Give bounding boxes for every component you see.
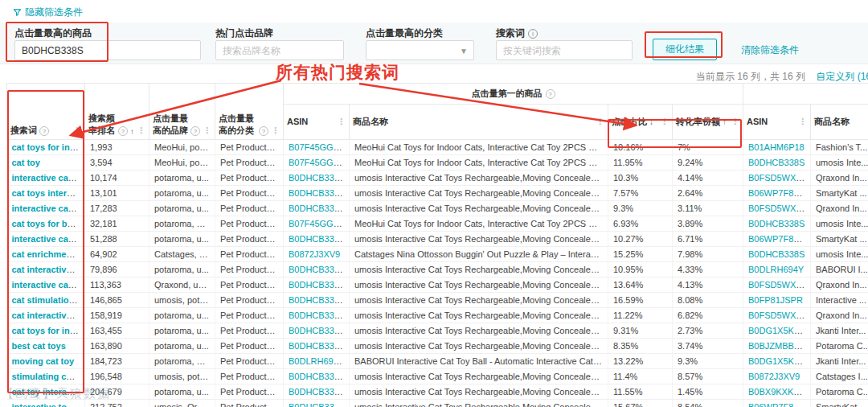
keyword-cell-text[interactable]: cat stimulation to...: [12, 295, 85, 305]
conversion-share-cell: 2.73%: [673, 323, 743, 339]
keyword-cell-text[interactable]: interactive cat toy...: [12, 204, 85, 213]
column-menu-icon[interactable]: ⋮: [798, 117, 807, 127]
asin-cell-text[interactable]: B0DHCB338S: [289, 188, 345, 198]
column-menu-icon[interactable]: ⋮: [203, 125, 211, 136]
col-header-product-name[interactable]: 商品名称 ⋮: [350, 105, 608, 140]
column-menu-icon[interactable]: ⋮: [731, 117, 739, 127]
asin-cell-text[interactable]: B07F45GGPT: [289, 219, 345, 228]
asin-cell-text[interactable]: B07F45GGPT: [289, 142, 345, 152]
asin-2-cell-text[interactable]: B06WP7F8YC: [748, 402, 806, 407]
asin-cell-text[interactable]: B0DHCB338S: [289, 372, 345, 381]
asin-2-cell-text[interactable]: B0DLRH694Y: [748, 265, 804, 274]
keyword-cell-text[interactable]: interactive cat toy...: [12, 234, 85, 244]
asin-2-cell-text[interactable]: B0DG1X5KHM: [748, 356, 808, 366]
keyword-cell-text[interactable]: cat toys for bored...: [12, 219, 85, 228]
asin-2-cell-text[interactable]: B0DG1X5KHM: [748, 326, 808, 335]
asin-2-cell-text[interactable]: B0FSD5WXP3: [748, 310, 807, 320]
top-brand-cell-text: umosis, Qrax...: [154, 402, 214, 407]
sort-asc-icon[interactable]: ↑: [723, 117, 727, 126]
asin-cell-text[interactable]: B0DHCB338S: [289, 265, 345, 274]
col-header-keyword[interactable]: 搜索词 ? ⋮: [7, 84, 85, 140]
asin-cell-text[interactable]: B0DLRH694Y: [289, 356, 344, 366]
clear-filters-link[interactable]: 清除筛选条件: [741, 43, 799, 57]
sort-asc-icon[interactable]: ↑: [130, 127, 134, 136]
conversion-share-cell-text: 8.08%: [678, 295, 702, 305]
col-header-product-name-2[interactable]: 商品名称: [811, 105, 868, 140]
top-brand-cell: potaroma, u...: [149, 384, 215, 400]
customize-columns-link[interactable]: 自定义列 (16: [816, 71, 868, 82]
column-menu-icon[interactable]: ⋮: [72, 125, 81, 136]
col-header-click-share[interactable]: 点击占比 ↓ ⋮: [608, 105, 673, 140]
asin-2-cell-text[interactable]: B0BJZMBBQM: [748, 341, 809, 351]
col-header-asin-2[interactable]: ASIN ⋮: [743, 105, 811, 140]
keyword-cell-text[interactable]: interactive cat toy: [12, 173, 85, 183]
asin-2-cell-text[interactable]: B0DHCB338S: [748, 219, 805, 228]
asin-cell-text[interactable]: B0DHCB338S: [289, 326, 345, 335]
asin-2-cell-text[interactable]: B01AHM6P18: [748, 142, 805, 152]
col-header-frequency-rank[interactable]: 搜索频率排名 ? ↑ ⋮: [85, 84, 149, 140]
asin-cell-text[interactable]: B0DHCB338S: [289, 295, 345, 305]
col-header-top-brand[interactable]: 点击量最高的品牌 ? ⋮: [149, 84, 215, 140]
keyword-cell-text[interactable]: cat toys for indoo...: [12, 142, 85, 152]
asin-cell-text[interactable]: B0DHCB338S: [289, 173, 345, 183]
keyword-cell-text[interactable]: cat enrichment to...: [12, 249, 85, 259]
keyword-cell-text[interactable]: best cat toys: [12, 341, 66, 351]
asin-2-cell-text[interactable]: B0FP81JSPR: [748, 295, 803, 305]
filter-category-select[interactable]: [366, 40, 474, 60]
asin-cell-text[interactable]: B0DHCB338S: [289, 387, 345, 397]
asin-cell-text[interactable]: B0DHCB338S: [289, 402, 345, 407]
keyword-cell-text[interactable]: cat interactive toy...: [12, 310, 85, 320]
asin-cell-text[interactable]: B07F45GGPT: [289, 158, 345, 167]
keyword-cell-text[interactable]: cat toys interactiv...: [12, 188, 85, 198]
asin-2-cell-text[interactable]: B0872J3XV9: [748, 372, 800, 381]
annotation-text: 所有热门搜索词: [276, 61, 399, 84]
asin-2-cell-text[interactable]: B0DHCB338S: [748, 158, 805, 167]
col-header-conversion-share[interactable]: 转化率份额 ↑ ⋮: [673, 105, 743, 140]
product-name-2-cell: Jkanti Inter...: [811, 354, 868, 369]
column-menu-icon[interactable]: ⋮: [271, 125, 280, 136]
keyword-cell-text[interactable]: interactive cat toy...: [12, 280, 85, 290]
asin-2-cell-text[interactable]: B06WP7F8YC: [748, 188, 806, 198]
sort-desc-icon[interactable]: ↓: [649, 117, 653, 126]
keyword-cell-text[interactable]: interactive toys fo...: [12, 402, 85, 407]
asin-2-cell-text[interactable]: B06WP7F8YC: [748, 234, 806, 244]
filter-keyword-input[interactable]: [496, 40, 633, 60]
column-menu-icon[interactable]: ⋮: [660, 117, 669, 127]
asin-cell: B0DLRH694Y: [284, 354, 350, 369]
click-share-cell-text: 10.95%: [613, 265, 643, 274]
col-header-asin[interactable]: ASIN ⋮: [284, 105, 350, 140]
keyword-cell-text[interactable]: cat interactive toy...: [12, 265, 85, 274]
asin-2-cell-text[interactable]: B0FSD5WXP3: [748, 173, 807, 183]
keyword-cell-text[interactable]: moving cat toy: [12, 356, 75, 366]
keyword-cell-text[interactable]: cat toys for indoo...: [12, 326, 85, 335]
asin-cell-text[interactable]: B0DHCB338S: [289, 234, 345, 244]
frequency-rank-cell-text: 163,455: [90, 326, 122, 335]
column-menu-icon[interactable]: ⋮: [337, 117, 346, 127]
keyword-cell-text[interactable]: cat toy interactive...: [12, 387, 85, 397]
asin-cell-text[interactable]: B0DHCB338S: [289, 341, 345, 351]
frequency-rank-cell: 146,865: [85, 293, 149, 308]
asin-2-cell-text[interactable]: B0DHCB338S: [748, 249, 805, 259]
asin-cell-text[interactable]: B0DHCB338S: [289, 310, 345, 320]
asin-cell-text[interactable]: B0872J3XV9: [289, 249, 340, 259]
keyword-cell: cat toys interactiv...: [7, 186, 85, 201]
asin-2-cell-text[interactable]: B0BX9KXKPH: [748, 387, 806, 397]
product-name-2-cell-text: Qraxond In...: [816, 280, 867, 290]
asin-2-cell-text[interactable]: B0FSD5WXP3: [748, 204, 807, 213]
asin-cell-text[interactable]: B0DHCB338S: [289, 204, 345, 213]
click-share-cell: 6.93%: [608, 216, 673, 232]
asin-cell-text[interactable]: B0DHCB338S: [289, 280, 345, 290]
top-category-cell-text: Pet Products...: [220, 219, 278, 228]
top-category-cell-text: Pet Products...: [220, 204, 278, 213]
column-menu-icon[interactable]: ⋮: [596, 117, 604, 127]
col-header-top-category[interactable]: 点击量最高的分类 ? ⋮: [215, 84, 284, 140]
filter-top-product-input[interactable]: [14, 40, 201, 60]
top-category-cell: Pet Products...: [215, 293, 284, 308]
filter-brand-input[interactable]: [215, 40, 344, 60]
refine-results-button[interactable]: 细化结果: [653, 39, 717, 60]
keyword-cell-text[interactable]: cat toy: [12, 158, 40, 167]
hide-filters-link[interactable]: 隐藏筛选条件: [13, 6, 83, 19]
asin-2-cell-text[interactable]: B0FSD5WXP3: [748, 280, 807, 290]
column-menu-icon[interactable]: ⋮: [137, 125, 145, 136]
keyword-cell-text[interactable]: stimulating cat to...: [12, 372, 85, 381]
